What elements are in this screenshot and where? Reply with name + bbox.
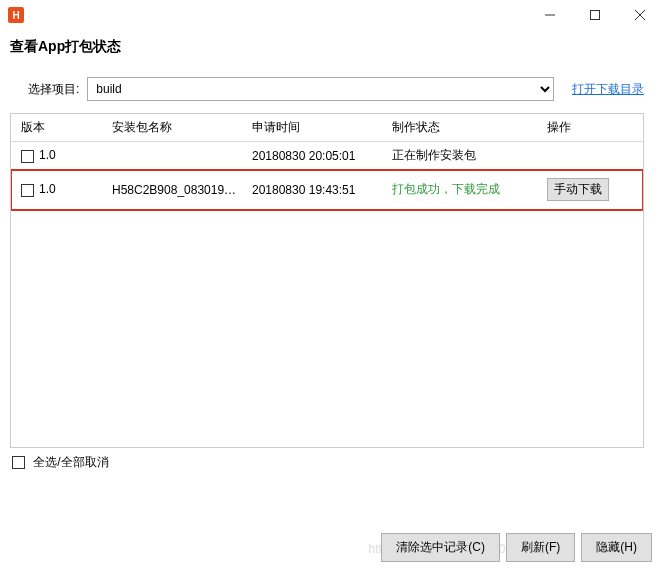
table-body: 1.020180830 20:05:01正在制作安装包1.0H58C2B908_…	[11, 142, 643, 210]
titlebar: H	[0, 0, 662, 30]
cell-status: 打包成功，下载完成	[386, 181, 541, 198]
project-select-row: 选择项目: build 打开下载目录	[0, 71, 662, 109]
footer-buttons: 清除选中记录(C) 刷新(F) 隐藏(H)	[381, 533, 652, 562]
svg-rect-1	[590, 11, 599, 20]
cell-status: 正在制作安装包	[386, 147, 541, 164]
open-download-dir-link[interactable]: 打开下载目录	[572, 81, 644, 98]
cell-time: 20180830 19:43:51	[246, 183, 386, 197]
app-icon: H	[8, 7, 24, 23]
col-version: 版本	[11, 119, 106, 136]
clear-selected-button[interactable]: 清除选中记录(C)	[381, 533, 500, 562]
manual-download-button[interactable]: 手动下载	[547, 178, 609, 201]
refresh-button[interactable]: 刷新(F)	[506, 533, 575, 562]
minimize-button[interactable]	[527, 0, 572, 30]
page-title: 查看App打包状态	[0, 30, 662, 71]
hide-button[interactable]: 隐藏(H)	[581, 533, 652, 562]
col-time: 申请时间	[246, 119, 386, 136]
col-operation: 操作	[541, 119, 643, 136]
col-package: 安装包名称	[106, 119, 246, 136]
table-header: 版本 安装包名称 申请时间 制作状态 操作	[11, 114, 643, 142]
cell-time: 20180830 20:05:01	[246, 149, 386, 163]
cell-operation: 手动下载	[541, 178, 643, 201]
build-table: 版本 安装包名称 申请时间 制作状态 操作 1.020180830 20:05:…	[10, 113, 644, 448]
col-status: 制作状态	[386, 119, 541, 136]
window-controls	[527, 0, 662, 30]
table-row[interactable]: 1.020180830 20:05:01正在制作安装包	[11, 142, 643, 170]
row-checkbox[interactable]	[21, 184, 34, 197]
cell-version: 1.0	[11, 182, 106, 196]
project-select[interactable]: build	[87, 77, 554, 101]
select-all-label: 全选/全部取消	[33, 455, 108, 469]
close-button[interactable]	[617, 0, 662, 30]
maximize-button[interactable]	[572, 0, 617, 30]
select-all-row: 全选/全部取消	[0, 448, 662, 471]
table-row[interactable]: 1.0H58C2B908_0830194348.a...20180830 19:…	[11, 170, 643, 210]
project-label: 选择项目:	[28, 81, 79, 98]
cell-package: H58C2B908_0830194348.a...	[106, 183, 246, 197]
select-all-checkbox[interactable]	[12, 456, 25, 469]
row-checkbox[interactable]	[21, 150, 34, 163]
cell-version: 1.0	[11, 148, 106, 162]
